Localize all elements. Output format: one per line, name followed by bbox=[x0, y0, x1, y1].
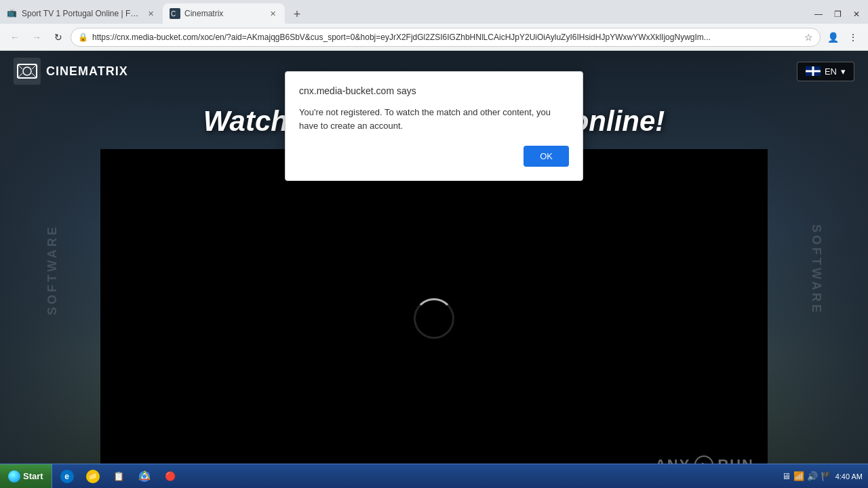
taskbar-ie-icon[interactable]: e bbox=[55, 467, 79, 486]
address-bar[interactable]: 🔒 https://cnx.media-bucket.com/xoc/en/?a… bbox=[71, 28, 821, 47]
system-clock: 4:40 AM bbox=[835, 472, 863, 481]
page-content: SOFTWARE SOFTWARE bbox=[0, 51, 868, 488]
taskbar-apps: e 📁 📋 bbox=[52, 467, 776, 486]
folder-icon: 📁 bbox=[86, 470, 100, 483]
svg-text:C: C bbox=[171, 10, 176, 18]
start-button[interactable]: Start bbox=[0, 464, 52, 489]
forward-button[interactable]: → bbox=[27, 28, 46, 47]
tab-title-2: Cinematrix bbox=[184, 9, 263, 18]
dialog-message: You're not registered. To watch the matc… bbox=[299, 106, 569, 132]
task-icon: 📋 bbox=[112, 470, 125, 483]
toolbar: ← → ↻ 🔒 https://cnx.media-bucket.com/xoc… bbox=[0, 24, 868, 51]
tab-favicon-2: C bbox=[170, 8, 180, 19]
taskbar-explorer-icon[interactable]: 📁 bbox=[81, 467, 105, 486]
start-label: Start bbox=[23, 471, 43, 481]
taskbar-chrome-icon[interactable] bbox=[132, 467, 157, 486]
antivirus-icon: 🔴 bbox=[163, 470, 177, 483]
tab-close-2[interactable]: ✕ bbox=[267, 8, 278, 19]
back-button[interactable]: ← bbox=[5, 28, 24, 47]
tray-icons: 🖥 📶 🔊 🏴 bbox=[782, 471, 831, 481]
tab-cinematrix[interactable]: C Cinematrix ✕ bbox=[163, 3, 285, 24]
new-tab-button[interactable]: + bbox=[288, 5, 307, 24]
tray-flag-icon: 🏴 bbox=[821, 471, 831, 481]
tray-volume-icon: 🔊 bbox=[807, 471, 818, 481]
taskbar: Start e 📁 📋 bbox=[0, 464, 868, 488]
chrome-window: 📺 Sport TV 1 Portugal Online | Free St..… bbox=[0, 0, 868, 488]
close-button[interactable]: ✕ bbox=[848, 7, 865, 21]
dialog-overlay: cnx.media-bucket.com says You're not reg… bbox=[0, 51, 868, 488]
tab-close-1[interactable]: ✕ bbox=[145, 8, 156, 19]
tabs-area: 📺 Sport TV 1 Portugal Online | Free St..… bbox=[0, 3, 810, 24]
reload-button[interactable]: ↻ bbox=[49, 28, 68, 47]
dialog-buttons: OK bbox=[299, 146, 569, 167]
taskbar-tray: 🖥 📶 🔊 🏴 4:40 AM bbox=[776, 471, 868, 481]
tab-title-1: Sport TV 1 Portugal Online | Free St... bbox=[22, 9, 141, 18]
dialog-ok-button[interactable]: OK bbox=[524, 146, 569, 167]
bookmark-icon[interactable]: ☆ bbox=[804, 32, 813, 43]
user-icon[interactable]: 👤 bbox=[823, 28, 842, 47]
clock-time: 4:40 AM bbox=[835, 472, 863, 481]
windows-orb-icon bbox=[8, 470, 20, 483]
tray-network-icon: 📶 bbox=[793, 471, 804, 481]
taskbar-task3[interactable]: 📋 bbox=[106, 467, 131, 486]
page-background: SOFTWARE SOFTWARE bbox=[0, 51, 868, 488]
dialog-title: cnx.media-bucket.com says bbox=[299, 85, 569, 96]
menu-button[interactable]: ⋮ bbox=[844, 28, 863, 47]
tab-favicon-1: 📺 bbox=[7, 8, 18, 19]
alert-dialog: cnx.media-bucket.com says You're not reg… bbox=[285, 71, 583, 181]
toolbar-right-buttons: 👤 ⋮ bbox=[823, 28, 863, 47]
title-bar: 📺 Sport TV 1 Portugal Online | Free St..… bbox=[0, 0, 868, 24]
minimize-button[interactable]: — bbox=[810, 7, 827, 21]
ie-icon: e bbox=[60, 470, 74, 483]
tray-monitor-icon: 🖥 bbox=[782, 471, 791, 481]
chrome-icon bbox=[138, 470, 151, 483]
window-controls: — ❐ ✕ bbox=[810, 7, 868, 21]
maximize-button[interactable]: ❐ bbox=[829, 7, 846, 21]
lock-icon: 🔒 bbox=[78, 33, 88, 42]
url-text: https://cnx.media-bucket.com/xoc/en/?aid… bbox=[92, 33, 800, 42]
taskbar-antivirus-icon[interactable]: 🔴 bbox=[158, 467, 182, 486]
svg-point-12 bbox=[142, 474, 146, 479]
tab-sport-tv[interactable]: 📺 Sport TV 1 Portugal Online | Free St..… bbox=[0, 3, 163, 24]
